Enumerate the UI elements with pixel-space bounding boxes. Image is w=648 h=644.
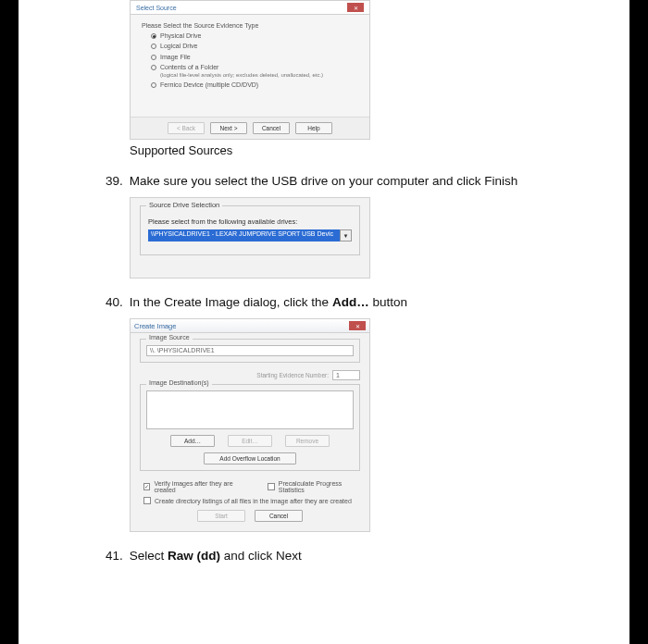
group-label: Please Select the Source Evidence Type bbox=[142, 22, 358, 29]
instruction-text: Please select from the following availab… bbox=[148, 217, 352, 226]
group-legend: Image Source bbox=[146, 334, 193, 341]
add-overflow-button[interactable]: Add Overflow Location bbox=[204, 452, 296, 464]
image-source-group: Image Source \\. \PHYSICALDRIVE1 bbox=[140, 339, 360, 363]
cancel-button[interactable]: Cancel bbox=[253, 122, 290, 134]
group-legend: Image Destination(s) bbox=[146, 379, 212, 386]
radio-icon bbox=[151, 82, 156, 88]
checkbox-icon bbox=[143, 483, 150, 490]
start-button: Start bbox=[197, 510, 245, 522]
document-page: Select Source ✕ Please Select the Source… bbox=[19, 0, 629, 644]
radio-icon bbox=[151, 33, 156, 39]
option-label: Fernico Device (multiple CD/DVD) bbox=[160, 81, 258, 89]
radio-icon bbox=[151, 43, 156, 49]
step-text-post: and click Next bbox=[220, 549, 302, 563]
checkbox-label: Create directory listings of all files i… bbox=[155, 498, 352, 504]
close-icon[interactable]: ✕ bbox=[347, 3, 364, 12]
option-label: Physical Drive bbox=[160, 32, 201, 40]
destination-list[interactable] bbox=[146, 390, 354, 429]
dialog-footer: < Back Next > Cancel Help bbox=[131, 117, 369, 139]
step-number: 40. bbox=[106, 295, 124, 309]
drive-combobox[interactable]: \\PHYSICALDRIVE1 - LEXAR JUMPDRIVE SPORT… bbox=[148, 229, 352, 242]
directory-listings-checkbox[interactable]: Create directory listings of all files i… bbox=[143, 497, 360, 504]
option-label: Image File bbox=[160, 54, 191, 61]
precalculate-checkbox[interactable]: Precalculate Progress Statistics bbox=[268, 480, 360, 493]
step-text-post: button bbox=[369, 295, 407, 309]
help-button[interactable]: Help bbox=[295, 122, 332, 134]
dialog-title: Create Image bbox=[134, 322, 176, 330]
checkbox-label: Precalculate Progress Statistics bbox=[279, 480, 360, 493]
option-sublabel: (logical file-level analysis only; exclu… bbox=[160, 72, 323, 79]
back-button: < Back bbox=[168, 122, 205, 134]
option-label: Contents of a Folder (logical file-level… bbox=[160, 64, 323, 79]
step-text-pre: Select bbox=[130, 549, 168, 563]
remove-button: Remove bbox=[285, 435, 330, 447]
checkbox-label: Verify images after they are created bbox=[154, 480, 245, 493]
step-bold: Raw (dd) bbox=[168, 549, 220, 563]
close-icon[interactable]: ✕ bbox=[349, 321, 366, 330]
checkbox-icon bbox=[268, 483, 274, 490]
checkbox-icon bbox=[143, 497, 151, 504]
option-label: Logical Drive bbox=[160, 43, 197, 50]
radio-icon bbox=[151, 55, 156, 60]
option-physical-drive[interactable]: Physical Drive bbox=[151, 32, 358, 40]
selected-drive: \\PHYSICALDRIVE1 - LEXAR JUMPDRIVE SPORT… bbox=[148, 229, 340, 242]
dialog-titlebar: Create Image ✕ bbox=[131, 319, 369, 333]
evidence-label: Starting Evidence Number: bbox=[256, 372, 329, 378]
step-40: 40. In the Create Image dialog, click th… bbox=[106, 295, 611, 309]
step-bold: Add… bbox=[332, 295, 369, 309]
group-legend: Source Drive Selection bbox=[146, 201, 222, 209]
option-label-text: Contents of a Folder bbox=[160, 64, 218, 70]
option-logical-drive[interactable]: Logical Drive bbox=[151, 43, 358, 50]
evidence-number-field[interactable]: 1 bbox=[332, 370, 360, 380]
step-number: 39. bbox=[106, 174, 124, 188]
option-fernico-device[interactable]: Fernico Device (multiple CD/DVD) bbox=[151, 81, 358, 89]
step-text: Make sure you select the USB drive on yo… bbox=[130, 174, 517, 188]
chevron-down-icon[interactable]: ▼ bbox=[340, 229, 352, 242]
dialog-title: Select Source bbox=[136, 5, 177, 11]
source-drive-selection-dialog: Source Drive Selection Please select fro… bbox=[130, 197, 370, 279]
step-41: 41. Select Raw (dd) and click Next bbox=[106, 549, 611, 563]
radio-icon bbox=[151, 65, 156, 70]
create-image-dialog: Create Image ✕ Image Source \\. \PHYSICA… bbox=[130, 318, 370, 532]
step-text-pre: In the Create Image dialog, click the bbox=[130, 295, 332, 309]
cancel-button[interactable]: Cancel bbox=[255, 510, 303, 522]
image-source-field[interactable]: \\. \PHYSICALDRIVE1 bbox=[146, 345, 354, 356]
option-image-file[interactable]: Image File bbox=[151, 54, 358, 61]
verify-images-checkbox[interactable]: Verify images after they are created bbox=[143, 480, 245, 493]
image-destination-group: Image Destination(s) Add… Edit… Remove A… bbox=[140, 384, 360, 471]
edit-button: Edit… bbox=[228, 435, 272, 447]
add-button[interactable]: Add… bbox=[170, 435, 215, 447]
option-folder-contents[interactable]: Contents of a Folder (logical file-level… bbox=[151, 64, 358, 79]
select-source-dialog: Select Source ✕ Please Select the Source… bbox=[130, 0, 370, 140]
figure-caption: Supported Sources bbox=[130, 143, 611, 157]
step-number: 41. bbox=[106, 549, 124, 563]
dialog-titlebar: Select Source ✕ bbox=[131, 1, 369, 15]
next-button[interactable]: Next > bbox=[210, 122, 247, 134]
step-39: 39. Make sure you select the USB drive o… bbox=[106, 174, 611, 188]
